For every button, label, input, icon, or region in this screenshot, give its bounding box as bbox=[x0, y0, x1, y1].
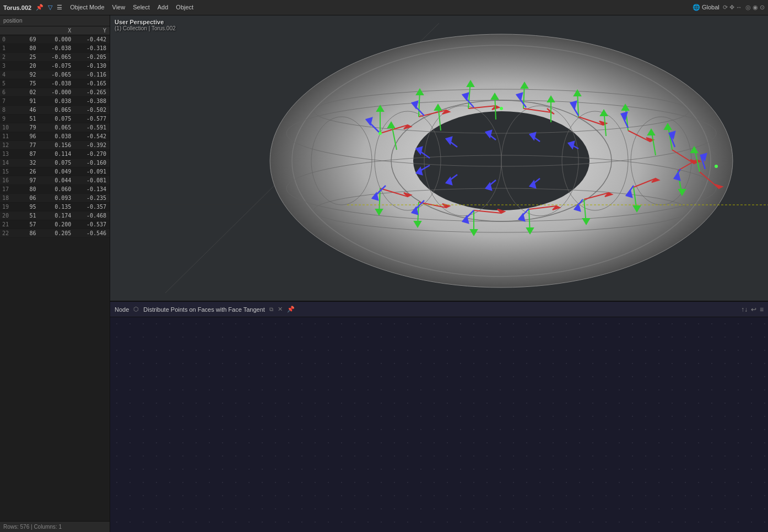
table-row[interactable]: 16 97 0.044 -0.081 bbox=[0, 176, 110, 185]
viewport-perspective: User Perspective bbox=[115, 19, 176, 25]
table-row[interactable]: 4 92 -0.065 -0.116 bbox=[0, 70, 110, 79]
position-label: position bbox=[3, 18, 22, 24]
table-row[interactable]: 6 02 -0.000 -0.265 bbox=[0, 88, 110, 97]
col-c: Y bbox=[74, 26, 110, 35]
menu-view[interactable]: View bbox=[112, 4, 126, 11]
menu-object-mode[interactable]: ☰ bbox=[57, 4, 62, 11]
top-bar-left: Torus.002 📌 ▽ bbox=[3, 4, 52, 11]
spreadsheet-header: position bbox=[0, 15, 110, 26]
table-row[interactable]: 15 26 0.049 -0.091 bbox=[0, 167, 110, 176]
spreadsheet-table[interactable]: X Y 0 69 0.000 -0.442 1 80 -0.038 -0.318… bbox=[0, 26, 110, 521]
table-row[interactable]: 13 87 0.114 -0.270 bbox=[0, 150, 110, 159]
table-row[interactable]: 17 80 0.060 -0.134 bbox=[0, 185, 110, 194]
node-tab-pin[interactable]: 📌 bbox=[287, 306, 295, 313]
right-container: User Perspective (1) Collection | Torus.… bbox=[110, 15, 768, 532]
node-editor-tabs: Node ⬡ Distribute Points on Faces with F… bbox=[115, 306, 295, 313]
svg-point-136 bbox=[500, 107, 503, 110]
table-row[interactable]: 12 77 0.156 -0.392 bbox=[0, 141, 110, 150]
node-canvas[interactable]: ▽ Group Input Geometry ▽ Index bbox=[110, 317, 768, 532]
table-row[interactable]: 10 79 0.065 -0.591 bbox=[0, 123, 110, 132]
menu-object-mode-label[interactable]: Object Mode bbox=[70, 4, 104, 11]
filter-icon[interactable]: ▽ bbox=[48, 4, 52, 11]
menu-add[interactable]: Add bbox=[158, 4, 169, 11]
overlay-icons[interactable]: ◎ ◉ ⊙ bbox=[745, 4, 765, 11]
node-editor-title: Node bbox=[115, 306, 129, 313]
menu-select[interactable]: Select bbox=[133, 4, 150, 11]
node-snap-icon[interactable]: ↑↓ bbox=[741, 306, 748, 313]
window-title: Torus.002 bbox=[3, 4, 31, 11]
table-row[interactable]: 21 57 0.200 -0.537 bbox=[0, 220, 110, 229]
table-row[interactable]: 11 96 0.038 -0.542 bbox=[0, 132, 110, 141]
viewport-canvas[interactable] bbox=[110, 15, 768, 301]
left-panel: position X Y 0 69 0.000 -0.442 1 8 bbox=[0, 15, 110, 532]
table-row[interactable]: 8 46 0.065 -0.502 bbox=[0, 106, 110, 115]
table-row[interactable]: 9 51 0.075 -0.577 bbox=[0, 115, 110, 123]
col-a bbox=[22, 26, 40, 35]
node-tab-clone[interactable]: ⧉ bbox=[269, 306, 273, 313]
svg-point-138 bbox=[715, 165, 718, 168]
node-editor-header: Node ⬡ Distribute Points on Faces with F… bbox=[110, 302, 768, 317]
main-container: position X Y 0 69 0.000 -0.442 1 8 bbox=[0, 15, 768, 532]
viewport-header: User Perspective (1) Collection | Torus.… bbox=[115, 19, 176, 31]
table-row[interactable]: 20 51 0.174 -0.468 bbox=[0, 211, 110, 220]
top-bar-menu: ☰ Object Mode View Select Add Object bbox=[57, 4, 193, 11]
pin-icon[interactable]: 📌 bbox=[36, 4, 44, 11]
viewport[interactable]: User Perspective (1) Collection | Torus.… bbox=[110, 15, 768, 301]
table-row[interactable]: 14 32 0.075 -0.160 bbox=[0, 159, 110, 167]
col-b: X bbox=[40, 26, 75, 35]
table-row[interactable]: 5 75 -0.038 -0.165 bbox=[0, 79, 110, 88]
col-index bbox=[0, 26, 22, 35]
node-editor-right-icons: ↑↓ ↩ ≡ bbox=[741, 306, 764, 313]
table-row[interactable]: 1 80 -0.038 -0.318 bbox=[0, 44, 110, 53]
node-tab-icon: ⬡ bbox=[133, 306, 139, 313]
node-back-icon[interactable]: ↩ bbox=[751, 306, 756, 313]
top-bar: Torus.002 📌 ▽ ☰ Object Mode View Select … bbox=[0, 0, 768, 15]
transform-icons[interactable]: ⟳ ✥ ↔ bbox=[723, 4, 742, 11]
global-label[interactable]: 🌐 Global bbox=[693, 4, 720, 11]
node-editor: Node ⬡ Distribute Points on Faces with F… bbox=[110, 301, 768, 532]
viewport-collection: (1) Collection | Torus.002 bbox=[115, 25, 176, 31]
table-row[interactable]: 3 20 -0.075 -0.130 bbox=[0, 62, 110, 70]
node-tab-label[interactable]: Distribute Points on Faces with Face Tan… bbox=[143, 306, 265, 313]
svg-point-137 bbox=[378, 132, 382, 135]
table-row[interactable]: 19 95 0.135 -0.357 bbox=[0, 203, 110, 211]
spreadsheet-footer: Rows: 576 | Columns: 1 bbox=[0, 521, 110, 532]
table-row[interactable]: 2 25 -0.065 -0.205 bbox=[0, 53, 110, 62]
top-bar-right: 🌐 Global ⟳ ✥ ↔ ◎ ◉ ⊙ bbox=[693, 4, 765, 11]
node-menu-icon[interactable]: ≡ bbox=[760, 306, 764, 313]
table-row[interactable]: 0 69 0.000 -0.442 bbox=[0, 35, 110, 44]
table-row[interactable]: 18 06 0.093 -0.235 bbox=[0, 194, 110, 203]
wire-canvas bbox=[110, 317, 275, 400]
table-row[interactable]: 22 86 0.205 -0.546 bbox=[0, 229, 110, 238]
node-tab-close[interactable]: ✕ bbox=[278, 306, 283, 313]
menu-object[interactable]: Object bbox=[176, 4, 193, 11]
table-row[interactable]: 7 91 0.038 -0.388 bbox=[0, 97, 110, 106]
